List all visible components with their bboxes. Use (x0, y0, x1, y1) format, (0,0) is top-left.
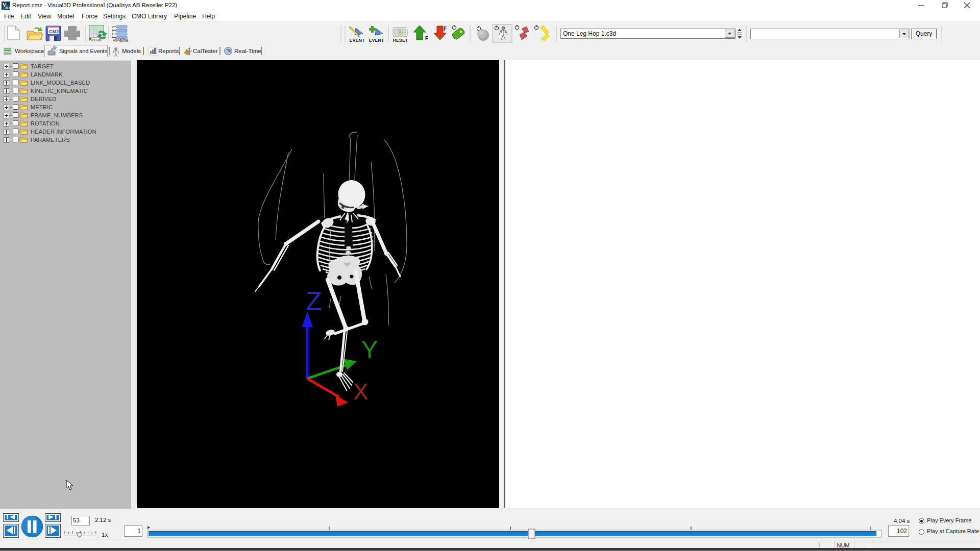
svg-text:F: F (425, 36, 428, 41)
svg-text:CM2: CM2 (49, 29, 59, 34)
svg-text:Y: Y (361, 336, 378, 363)
svg-text:Z: Z (306, 286, 322, 316)
svg-text:X: X (353, 379, 368, 404)
svg-text:F: F (444, 26, 447, 32)
svg-text:3D: 3D (5, 6, 10, 10)
